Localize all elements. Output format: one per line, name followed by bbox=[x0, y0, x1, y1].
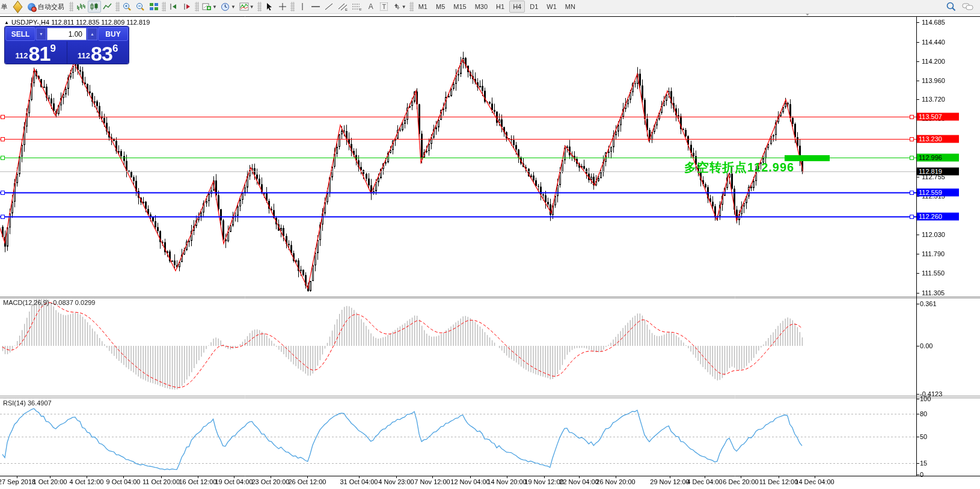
bar-chart-mode-button[interactable] bbox=[75, 1, 88, 13]
one-click-trading-panel: SELL ▼ 1.00 ▲ BUY 112819 112836 bbox=[5, 26, 129, 64]
price-axis-tick: 114.685 bbox=[922, 19, 945, 26]
crosshair-icon bbox=[278, 2, 287, 11]
chart-shift-button[interactable] bbox=[180, 1, 194, 13]
auto-scroll-button[interactable] bbox=[167, 1, 180, 13]
time-axis-label: 29 Nov 12:00 bbox=[650, 478, 689, 485]
trendline-icon bbox=[324, 2, 334, 11]
crosshair-tool-button[interactable] bbox=[276, 1, 289, 13]
time-axis-label: 6 Dec 20:00 bbox=[723, 478, 758, 485]
periods-dropdown[interactable]: ▼ bbox=[219, 1, 237, 13]
horizontal-line-icon bbox=[311, 2, 320, 11]
time-axis-label: 26 Oct 12:00 bbox=[289, 478, 326, 485]
indicators-dropdown[interactable]: ▼ bbox=[237, 1, 256, 13]
equidistant-channel-icon: E bbox=[337, 2, 348, 11]
time-axis-label: 1 Oct 20:00 bbox=[33, 478, 67, 485]
price-level-label: 112.559 bbox=[917, 189, 959, 197]
zoom-out-button[interactable] bbox=[134, 1, 147, 13]
line-chart-mode-button[interactable] bbox=[101, 1, 114, 13]
time-axis-label: 14 Dec 04:00 bbox=[795, 478, 834, 485]
volume-increase-button[interactable]: ▲ bbox=[87, 28, 97, 40]
symbol-ohlc-line: ▲USDJPY-,H4 112.811 112.835 112.809 112.… bbox=[4, 19, 150, 26]
time-axis-label: 4 Dec 04:00 bbox=[687, 478, 722, 485]
volume-input[interactable]: 1.00 bbox=[47, 28, 87, 40]
time-axis-label: 4 Oct 12:00 bbox=[70, 478, 104, 485]
toolbar-grip bbox=[257, 2, 262, 11]
sell-price[interactable]: 112819 bbox=[5, 42, 67, 64]
chevron-down-icon: ▼ bbox=[231, 4, 236, 10]
tile-windows-icon bbox=[149, 2, 159, 11]
time-axis-label: 9 Oct 04:00 bbox=[106, 478, 141, 485]
time-axis-label: 11 Dec 12:00 bbox=[759, 478, 798, 485]
timeframe-m1[interactable]: M1 bbox=[415, 1, 431, 13]
timeframe-m15[interactable]: M15 bbox=[450, 1, 470, 13]
auto-scroll-icon bbox=[169, 2, 179, 11]
tile-windows-button[interactable] bbox=[147, 1, 161, 13]
price-axis-tick: 114.440 bbox=[922, 38, 945, 46]
text-tool[interactable]: A bbox=[364, 1, 378, 13]
horizontal-line-tool[interactable] bbox=[309, 1, 322, 13]
timeframe-mn[interactable]: MN bbox=[562, 1, 579, 13]
timeframe-group: M1 M5 M15 M30 H1 H4 D1 W1 MN bbox=[415, 1, 579, 13]
candlestick-icon bbox=[90, 2, 99, 11]
autotrading-button[interactable]: 自动交易 bbox=[24, 1, 68, 13]
new-order-button[interactable]: 单 bbox=[0, 1, 11, 13]
chart-shift-icon bbox=[182, 2, 192, 11]
new-chart-dropdown[interactable]: ▼ bbox=[200, 1, 219, 13]
trend-annotation: 多空转折点112.996 bbox=[684, 159, 794, 176]
price-axis-tick: 111.305 bbox=[922, 289, 945, 297]
time-axis-label: 23 Oct 20:00 bbox=[252, 478, 290, 485]
price-level-label: 112.819 bbox=[917, 168, 959, 176]
main-toolbar: 单 自动交易 ▼ ▼ ▼ bbox=[0, 0, 980, 14]
timeframe-d1[interactable]: D1 bbox=[526, 1, 542, 13]
timeframe-h4[interactable]: H4 bbox=[509, 1, 525, 13]
svg-text:E: E bbox=[345, 8, 348, 11]
price-chart-canvas[interactable] bbox=[0, 0, 980, 489]
chat-icon[interactable] bbox=[962, 2, 974, 11]
channel-tool[interactable]: E bbox=[335, 1, 350, 13]
fibonacci-tool[interactable]: F bbox=[350, 1, 364, 13]
price-level-label: 112.996 bbox=[917, 153, 959, 161]
toolbar-grip bbox=[195, 2, 199, 11]
tick-up-icon: ▲ bbox=[4, 20, 9, 25]
buy-price[interactable]: 112836 bbox=[67, 42, 129, 64]
chevron-down-icon: ▼ bbox=[402, 4, 406, 10]
trendline-tool[interactable] bbox=[322, 1, 335, 13]
buy-button[interactable]: BUY bbox=[98, 27, 128, 41]
zoom-in-icon bbox=[123, 2, 132, 11]
cursor-tool-button[interactable] bbox=[263, 1, 276, 13]
time-axis-label: 27 Sep 2018 bbox=[0, 478, 35, 485]
autotrading-label: 自动交易 bbox=[38, 2, 64, 11]
price-axis-tick: 114.200 bbox=[922, 58, 945, 65]
gold-block-icon[interactable] bbox=[11, 1, 24, 13]
toolbar-grip bbox=[115, 2, 120, 11]
toolbar-grip bbox=[409, 2, 414, 11]
rsi-axis-tick: 0 bbox=[920, 471, 923, 478]
timeframe-m5[interactable]: M5 bbox=[432, 1, 449, 13]
toolbar-grip bbox=[290, 2, 295, 11]
timeframe-h1[interactable]: H1 bbox=[492, 1, 508, 13]
search-icon[interactable] bbox=[946, 2, 956, 11]
arrows-dropdown[interactable]: ▼ bbox=[391, 1, 408, 13]
vertical-line-tool[interactable] bbox=[296, 1, 309, 13]
zoom-in-button[interactable] bbox=[121, 1, 134, 13]
rsi-axis-tick: 15 bbox=[920, 460, 927, 467]
vertical-line-icon bbox=[299, 2, 306, 11]
volume-decrease-button[interactable]: ▼ bbox=[36, 28, 46, 40]
text-label-tool[interactable]: T bbox=[378, 1, 391, 13]
macd-label: MACD(12,26,9) -0.0837 0.0299 bbox=[3, 299, 95, 306]
zoom-out-icon bbox=[136, 2, 145, 11]
arrow-tools-icon bbox=[393, 2, 401, 11]
price-axis-tick: 111.550 bbox=[922, 269, 945, 277]
price-axis-tick: 113.960 bbox=[922, 77, 945, 84]
price-axis-tick: 112.030 bbox=[922, 231, 945, 238]
rsi-axis-tick: 100 bbox=[920, 395, 931, 402]
macd-axis-tick: 0.361 bbox=[920, 300, 937, 307]
candlestick-mode-button[interactable] bbox=[88, 1, 101, 13]
toolbar-grip bbox=[69, 2, 73, 11]
sell-button[interactable]: SELL bbox=[5, 27, 35, 41]
timeframe-w1[interactable]: W1 bbox=[543, 1, 560, 13]
time-axis-label: 19 Nov 12:00 bbox=[524, 478, 563, 485]
fibonacci-icon: F bbox=[352, 2, 363, 11]
timeframe-m30[interactable]: M30 bbox=[471, 1, 491, 13]
time-axis-label: 11 Oct 20:00 bbox=[142, 478, 180, 485]
